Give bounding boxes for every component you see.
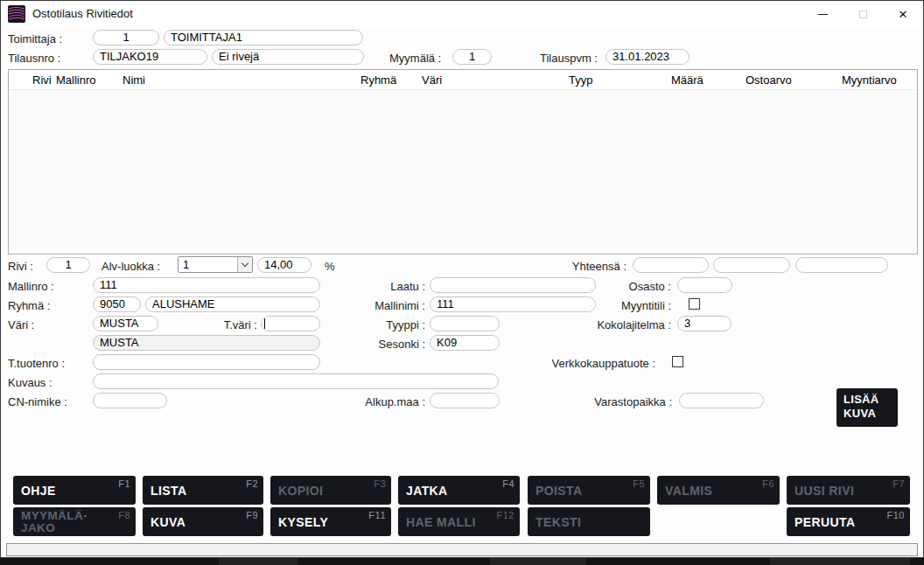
tvari-field[interactable] [261, 316, 320, 331]
close-icon: ✕ [899, 9, 908, 20]
chevron-down-icon [242, 260, 248, 267]
window-title: Ostotilaus Rivitiedot [32, 7, 133, 20]
combo-dropdown-button[interactable] [237, 257, 252, 272]
tvari-label: T.väri : [211, 318, 257, 331]
taskbar-strip [0, 558, 924, 565]
myymala-label: Myymälä : [389, 52, 441, 65]
status-bar [6, 543, 918, 556]
col-nimi: Nimi [122, 73, 145, 87]
tyyppi-field[interactable] [430, 316, 500, 331]
verkkokauppatuote-checkbox[interactable] [672, 356, 683, 367]
yhteensa-field-1[interactable] [633, 257, 709, 273]
col-mallinro: Mallinro [56, 73, 96, 87]
close-button[interactable]: ✕ [883, 1, 923, 27]
laatu-label: Laatu : [346, 280, 425, 293]
col-vari: Väri [422, 73, 442, 87]
varastopaikka-label: Varastopaikka : [552, 395, 672, 408]
kokolajitelma-field[interactable]: 3 [677, 316, 732, 331]
vari-field[interactable]: MUSTA [93, 316, 158, 331]
col-ostoarvo: Ostoarvo [746, 73, 792, 87]
taskbar-app-hint [490, 558, 586, 565]
alv-luokka-label: Alv-luokka : [102, 260, 160, 273]
tilauspvm-label: Tilauspvm : [540, 52, 598, 65]
kuvaus-field[interactable] [93, 373, 499, 389]
tilausnro-label: Tilausnro : [8, 52, 60, 65]
hae-malli-button: F12 HAE MALLI [398, 507, 520, 536]
verkkokauppatuote-label: Verkkokauppatuote : [526, 357, 655, 370]
col-tyyp: Tyyp [569, 73, 592, 87]
taskbar-app-hint [770, 558, 910, 565]
taskbar-app-hint [219, 558, 298, 565]
kysely-button[interactable]: F11 KYSELY [270, 507, 391, 536]
toimittaja-name-field[interactable]: TOIMITTAJA1 [164, 30, 363, 45]
rivi-field[interactable]: 1 [46, 257, 90, 273]
vari-label: Väri : [8, 318, 34, 331]
lisaa-kuva-button[interactable]: LISÄÄ KUVA [836, 388, 898, 427]
yhteensa-label: Yhteensä : [561, 260, 626, 273]
rivi-label: Rivi : [8, 260, 33, 273]
vari-name-field: MUSTA [93, 335, 320, 351]
alkup-maa-label: Alkup.maa : [346, 395, 425, 408]
col-rivi: Rivi [32, 73, 52, 87]
tilausnro-field[interactable]: TILJAKO19 [93, 49, 207, 65]
ryhma-name-field[interactable]: ALUSHAME [145, 296, 320, 312]
poista-button: F5 POISTA [528, 476, 650, 505]
lisaa-kuva-line2: KUVA [844, 407, 891, 421]
yhteensa-field-2[interactable] [713, 257, 790, 273]
lisaa-kuva-line1: LISÄÄ [844, 393, 891, 407]
maximize-button [843, 1, 883, 27]
t-tuotenro-label: T.tuotenro : [8, 357, 65, 370]
yhteensa-field-3[interactable] [795, 257, 888, 273]
cn-nimike-label: CN-nimike : [8, 395, 67, 408]
app-logo-icon [8, 5, 25, 23]
kokolajitelma-label: Kokolajitelma : [552, 318, 671, 331]
myymala-jako-button: F8 MYYMÄLÄ-JAKO [13, 507, 136, 536]
osasto-label: Osasto : [552, 280, 671, 293]
kuva-button[interactable]: F9 KUVA [143, 507, 263, 536]
tilauspvm-field[interactable]: 31.01.2023 [606, 49, 690, 65]
table-empty-body[interactable] [9, 89, 917, 254]
jatka-button[interactable]: F4 JATKA [398, 476, 520, 505]
mallinimi-label: Mallinimi : [346, 299, 425, 312]
kuvaus-label: Kuvaus : [8, 376, 52, 389]
col-maara: Määrä [671, 73, 704, 87]
minimize-button[interactable] [802, 1, 843, 27]
ryhma-label: Ryhmä : [8, 299, 50, 312]
uusi-rivi-button: F7 UUSI RIVI [787, 476, 910, 505]
sesonki-field[interactable]: K09 [430, 335, 500, 351]
title-bar[interactable]: Ostotilaus Rivitiedot ✕ [1, 1, 923, 27]
alv-luokka-select[interactable]: 1 [178, 256, 253, 273]
ryhma-code-field[interactable]: 9050 [93, 296, 141, 312]
myyntitili-checkbox[interactable] [689, 298, 700, 310]
mallinro-field[interactable]: 111 [93, 277, 320, 293]
tyyppi-label: Tyyppi : [346, 318, 425, 331]
osasto-field[interactable] [677, 277, 732, 293]
minimize-icon [818, 14, 828, 15]
col-myyntiarvo: Myyntiarvo [842, 73, 897, 87]
kopioi-button: F3 KOPIOI [270, 476, 391, 505]
cn-nimike-field[interactable] [93, 393, 167, 408]
percent-sign: % [325, 260, 335, 273]
rivit-info-field[interactable]: Ei rivejä [212, 49, 364, 65]
alv-percent-field[interactable]: 14,00 [257, 257, 312, 273]
col-ryhma: Ryhmä [360, 73, 396, 87]
order-rows-table[interactable]: Rivi Mallinro Nimi Ryhmä Väri Tyyp Määrä… [8, 69, 918, 255]
varastopaikka-field[interactable] [679, 393, 764, 408]
myyntitili-label: Myyntitili : [552, 299, 671, 312]
text-caret [264, 318, 265, 329]
sesonki-label: Sesonki : [346, 338, 425, 351]
mallinro-label: Mallinro : [8, 280, 54, 293]
toimittaja-code-field[interactable]: 1 [93, 30, 159, 45]
peruuta-button[interactable]: F10 PERUUTA [787, 507, 910, 536]
screen: Ostotilaus Rivitiedot ✕ Toimittaja : 1 T… [0, 0, 924, 565]
maximize-icon [859, 10, 867, 18]
lista-button[interactable]: F2 LISTA [143, 476, 263, 505]
valmis-button: F6 VALMIS [657, 476, 780, 505]
alv-luokka-value: 1 [183, 258, 189, 271]
ohje-button[interactable]: F1 OHJE [13, 476, 136, 505]
teksti-button: TEKSTI [528, 507, 650, 536]
t-tuotenro-field[interactable] [93, 354, 320, 370]
ostotilaus-rivitiedot-window: Ostotilaus Rivitiedot ✕ Toimittaja : 1 T… [0, 0, 924, 558]
myymala-field[interactable]: 1 [452, 49, 492, 65]
alkup-maa-field[interactable] [430, 393, 500, 408]
